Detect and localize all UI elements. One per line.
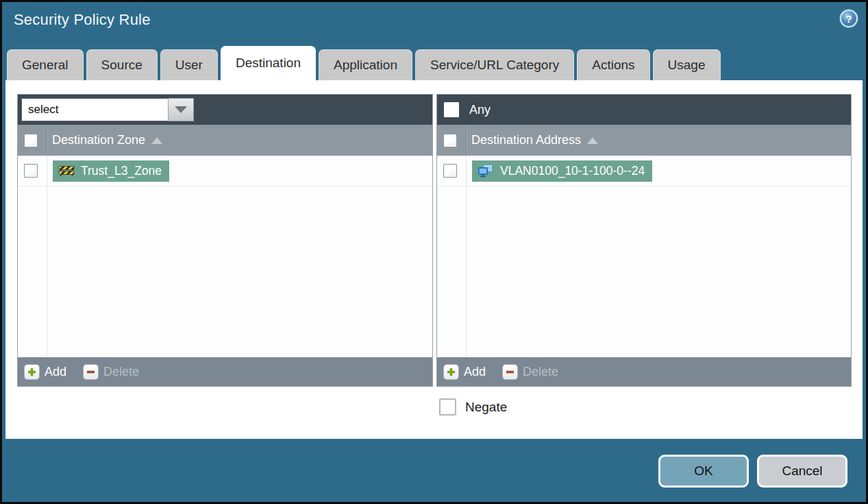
address-row-checkbox[interactable] [443,164,457,178]
zone-row-checkbox[interactable] [24,164,38,178]
zone-dropdown-arrow-button[interactable] [168,98,194,121]
address-column-title[interactable]: Destination Address [471,133,581,147]
tab-actions[interactable]: Actions [577,49,649,80]
select-all-zones-checkbox[interactable] [24,134,38,147]
zone-rows: Trust_L3_Zone [18,156,432,357]
chevron-down-icon [175,106,187,113]
add-zone-button[interactable]: Add [24,364,66,380]
negate-label: Negate [465,400,507,415]
tab-destination[interactable]: Destination [221,46,316,80]
negate-checkbox[interactable] [439,398,456,416]
address-panel-toolbar: Any [437,95,851,125]
tab-general[interactable]: General [7,49,84,80]
destination-tab-content: select Destination Zone [5,80,863,439]
zone-select-dropdown[interactable]: select [21,98,194,121]
zone-column-header: Destination Zone [18,125,432,156]
address-icon [478,165,494,178]
tab-bar: General Source User Destination Applicat… [7,46,721,80]
sort-asc-icon[interactable] [587,137,598,144]
zone-name: Trust_L3_Zone [81,164,162,178]
table-row[interactable]: Trust_L3_Zone [18,156,432,187]
delete-zone-label: Delete [103,365,139,379]
destination-zone-panel: select Destination Zone [17,94,433,387]
help-button[interactable]: ? [840,10,858,27]
any-checkbox[interactable] [444,102,459,117]
zone-column-title[interactable]: Destination Zone [52,133,145,147]
minus-icon [83,364,99,380]
tab-application[interactable]: Application [319,49,412,80]
zone-panel-actions: Add Delete [18,357,432,386]
tab-service-url-category[interactable]: Service/URL Category [415,49,574,80]
add-zone-label: Add [45,365,66,379]
zone-select-value[interactable]: select [21,98,168,121]
add-address-label: Add [464,365,486,379]
delete-address-button[interactable]: Delete [502,364,558,380]
sort-asc-icon[interactable] [151,137,162,144]
cancel-button[interactable]: Cancel [757,455,847,488]
address-name: VLAN0100_10-1-100-0--24 [500,164,645,178]
zone-icon [58,165,75,177]
minus-icon [502,364,518,380]
plus-icon [443,364,459,380]
plus-icon [24,364,40,380]
any-label: Any [469,103,491,117]
select-all-addresses-checkbox[interactable] [443,134,457,147]
page-title: Security Policy Rule [14,11,151,29]
address-rows: VLAN0100_10-1-100-0--24 [437,156,851,357]
destination-address-panel: Any Destination Address [436,94,852,387]
ok-button[interactable]: OK [658,455,749,488]
tab-usage[interactable]: Usage [653,49,721,80]
zone-item[interactable]: Trust_L3_Zone [53,160,169,182]
negate-option: Negate [439,398,507,416]
address-column-header: Destination Address [437,125,851,156]
add-address-button[interactable]: Add [443,364,486,380]
delete-address-label: Delete [523,365,558,379]
tab-source[interactable]: Source [86,49,158,80]
table-row[interactable]: VLAN0100_10-1-100-0--24 [437,156,851,187]
address-panel-actions: Add Delete [437,357,851,386]
tab-user[interactable]: User [160,49,218,80]
security-policy-rule-dialog: Security Policy Rule ? General Source Us… [0,0,868,504]
delete-zone-button[interactable]: Delete [83,364,139,380]
zone-panel-toolbar: select [18,95,432,125]
address-item[interactable]: VLAN0100_10-1-100-0--24 [472,160,652,182]
